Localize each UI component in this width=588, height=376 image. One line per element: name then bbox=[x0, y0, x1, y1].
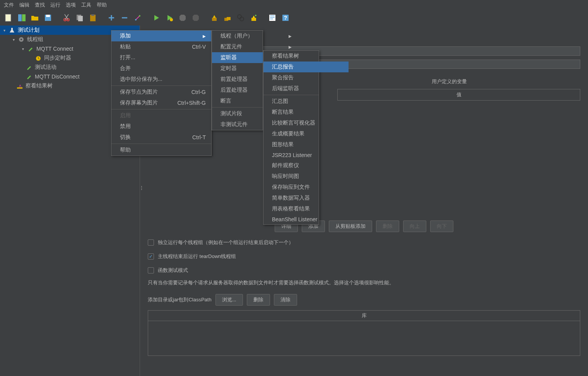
tree-label: 线程组 bbox=[27, 36, 43, 43]
reset-search-icon[interactable] bbox=[248, 12, 259, 23]
search-icon[interactable] bbox=[235, 12, 246, 23]
templates-icon[interactable] bbox=[16, 12, 27, 23]
listener-item[interactable]: 察看结果树 bbox=[263, 51, 349, 62]
listener-item[interactable]: 用表格察看结果 bbox=[263, 203, 349, 214]
paste-icon[interactable] bbox=[87, 12, 98, 23]
listener-item[interactable]: 汇总报告 bbox=[263, 62, 349, 72]
listener-item[interactable]: 生成概要结果 bbox=[263, 128, 349, 139]
teardown-checkbox[interactable]: ✓ bbox=[148, 253, 154, 260]
tree-label: 察看结果树 bbox=[26, 82, 53, 89]
menu-merge[interactable]: 合并 bbox=[111, 63, 211, 74]
listener-item[interactable]: 聚合报告 bbox=[263, 72, 349, 83]
clear-button[interactable]: 清除 bbox=[274, 294, 297, 306]
toggle-icon[interactable] bbox=[132, 12, 143, 23]
listener-item[interactable]: 保存响应到文件 bbox=[263, 182, 349, 193]
tree-label: MQTT Connect bbox=[36, 46, 73, 52]
add-submenu: 线程（用户）▶ 配置元件▶ 监听器▶ 定时器▶ 前置处理器▶ 后置处理器▶ 断言… bbox=[212, 30, 263, 130]
vars-section-title: 用户定义的变量 bbox=[318, 77, 580, 87]
sampler-icon bbox=[26, 64, 32, 71]
listener-item[interactable]: JSR223 Listener bbox=[263, 150, 349, 160]
svg-point-27 bbox=[21, 39, 22, 40]
menu-options[interactable]: 选项 bbox=[66, 2, 76, 9]
menu-open[interactable]: 打开... bbox=[111, 52, 211, 63]
copy-icon[interactable] bbox=[74, 12, 85, 23]
collapse-icon[interactable] bbox=[119, 12, 130, 23]
svg-rect-2 bbox=[22, 14, 26, 21]
serial-checkbox[interactable] bbox=[148, 239, 154, 246]
menubar: 文件 编辑 查找 运行 选项 工具 帮助 bbox=[0, 0, 588, 10]
svg-point-22 bbox=[255, 15, 256, 16]
svg-rect-16 bbox=[212, 18, 217, 21]
svg-rect-0 bbox=[5, 14, 11, 21]
chevron-down-icon[interactable]: ▾ bbox=[2, 27, 7, 33]
start-no-timers-icon[interactable] bbox=[164, 12, 175, 23]
menu-save-screen-image[interactable]: 保存屏幕为图片Ctrl+Shift-G bbox=[111, 97, 211, 108]
menu-run[interactable]: 运行 bbox=[50, 2, 60, 9]
tree-label: 同步定时器 bbox=[44, 55, 71, 62]
listener-item[interactable]: 后端监听器 bbox=[263, 83, 349, 94]
svg-point-12 bbox=[139, 15, 140, 17]
menu-file[interactable]: 文件 bbox=[4, 2, 14, 9]
menu-save-node-image[interactable]: 保存节点为图片Ctrl-G bbox=[111, 87, 211, 97]
help-icon[interactable]: ? bbox=[280, 12, 291, 23]
up-button[interactable]: 向上 bbox=[403, 220, 426, 232]
context-menu: 添加▶ 粘贴Ctrl-V 打开... 合并 选中部分保存为... 保存节点为图片… bbox=[111, 30, 212, 156]
tree-label: 测试活动 bbox=[35, 64, 56, 71]
stop-icon[interactable] bbox=[177, 12, 188, 23]
down-button[interactable]: 向下 bbox=[430, 220, 453, 232]
menu-tools[interactable]: 工具 bbox=[81, 2, 91, 9]
delete-button[interactable]: 删除 bbox=[376, 220, 399, 232]
splitter-handle[interactable] bbox=[140, 184, 143, 192]
start-icon[interactable] bbox=[151, 12, 162, 23]
listener-item[interactable]: 比较断言可视化器 bbox=[263, 118, 349, 128]
submenu-threads[interactable]: 线程（用户）▶ bbox=[212, 31, 297, 41]
chevron-down-icon[interactable]: ▾ bbox=[11, 37, 16, 42]
tree-label: MQTT DisConnect bbox=[35, 73, 80, 80]
teardown-label: 主线程结束后运行 tearDown线程组 bbox=[158, 253, 236, 260]
svg-rect-21 bbox=[251, 18, 256, 21]
menu-toggle[interactable]: 切换Ctrl-T bbox=[111, 132, 211, 143]
menu-help[interactable]: 帮助 bbox=[111, 145, 211, 156]
library-list[interactable] bbox=[148, 321, 580, 356]
svg-rect-18 bbox=[227, 17, 231, 20]
listener-item[interactable]: 图形结果 bbox=[263, 139, 349, 150]
menu-search[interactable]: 查找 bbox=[35, 2, 45, 9]
svg-point-13 bbox=[170, 18, 173, 21]
svg-rect-29 bbox=[17, 87, 22, 89]
library-header: 库 bbox=[148, 310, 580, 321]
clear-all-icon[interactable] bbox=[222, 12, 233, 23]
menu-add[interactable]: 添加▶ bbox=[111, 31, 211, 41]
submenu-arrow-icon: ▶ bbox=[203, 34, 206, 38]
listener-submenu: 察看结果树 汇总报告 聚合报告 后端监听器 汇总图 断言结果 比较断言可视化器 … bbox=[263, 50, 319, 225]
menu-save-selection[interactable]: 选中部分保存为... bbox=[111, 74, 211, 85]
listener-item[interactable]: 响应时间图 bbox=[263, 171, 349, 182]
shutdown-icon[interactable] bbox=[190, 12, 201, 23]
cp-delete-button[interactable]: 删除 bbox=[247, 294, 270, 306]
listener-item[interactable]: 汇总图 bbox=[263, 96, 349, 107]
listener-item[interactable]: BeanShell Listener bbox=[263, 214, 349, 224]
function-helper-icon[interactable] bbox=[267, 12, 278, 23]
menu-edit[interactable]: 编辑 bbox=[19, 2, 29, 9]
listener-item[interactable]: 断言结果 bbox=[263, 107, 349, 118]
listener-icon bbox=[16, 82, 23, 89]
browse-button[interactable]: 浏览... bbox=[215, 294, 243, 306]
menu-separator bbox=[111, 144, 211, 144]
menu-separator bbox=[111, 85, 211, 86]
clear-icon[interactable] bbox=[209, 12, 220, 23]
gear-icon bbox=[18, 36, 25, 43]
menu-disable[interactable]: 禁用 bbox=[111, 121, 211, 132]
new-icon[interactable] bbox=[3, 12, 14, 23]
open-icon[interactable] bbox=[29, 12, 40, 23]
svg-marker-14 bbox=[179, 15, 186, 21]
menu-help[interactable]: 帮助 bbox=[97, 2, 107, 9]
save-icon[interactable] bbox=[43, 12, 53, 23]
expand-icon[interactable] bbox=[106, 12, 117, 23]
cut-icon[interactable] bbox=[61, 12, 72, 23]
vars-button-row: 详细 添加 从剪贴板添加 删除 向上 向下 bbox=[148, 220, 580, 232]
chevron-down-icon[interactable]: ▾ bbox=[20, 46, 26, 51]
functional-checkbox[interactable] bbox=[148, 267, 154, 273]
menu-paste[interactable]: 粘贴Ctrl-V bbox=[111, 41, 211, 52]
listener-item[interactable]: 简单数据写入器 bbox=[263, 193, 349, 203]
listener-item[interactable]: 邮件观察仪 bbox=[263, 160, 349, 171]
menu-separator bbox=[263, 95, 319, 95]
